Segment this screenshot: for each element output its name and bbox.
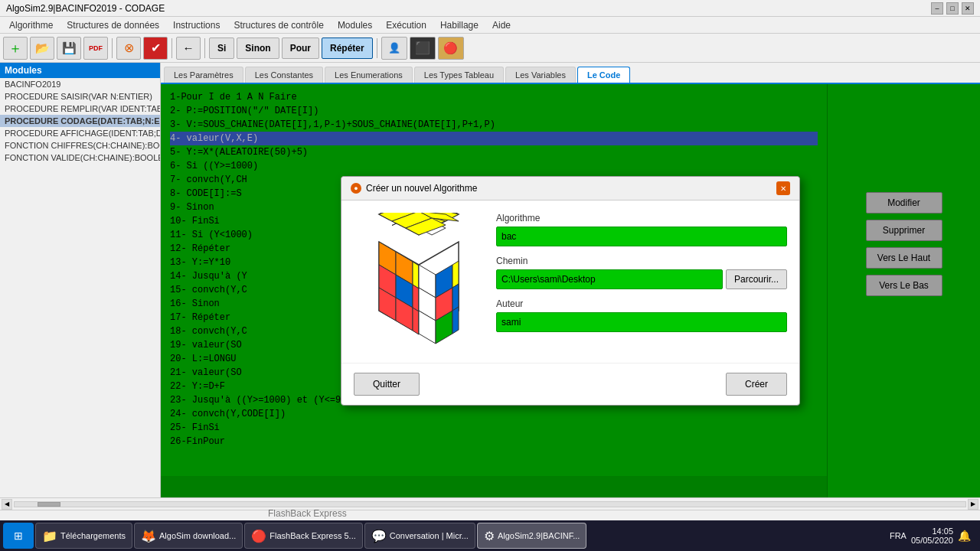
chemin-input[interactable] [496,269,723,289]
menu-item-modules[interactable]: Modules [332,18,378,32]
sidebar-title: Modules [0,63,160,78]
chemin-field-group: Chemin Parcourir... [496,256,787,289]
icon2-btn[interactable]: ⬛ [410,37,436,60]
sidebar-item-3[interactable]: PROCEDURE CODAGE(DATE:TAB;N:ENTIE [0,115,160,127]
toolbar: ＋ 📂 💾 PDF ⊗ ✔ ← Si Sinon Pour Répéter 👤 … [0,34,980,63]
sidebar-item-5[interactable]: FONCTION CHIFFRES(CH:CHAINE):BOOLE [0,139,160,152]
taskbar-item-2[interactable]: 🔴FlashBack Express 5... [244,523,363,549]
parcourir-button[interactable]: Parcourir... [726,269,787,289]
svg-marker-17 [413,262,419,289]
modal-titlebar: ● Créer un nouvel Algorithme ✕ [341,177,799,201]
taskbar: ⊞ 📁Téléchargements🦊AlgoSim download...🔴F… [0,520,980,551]
algorithm-input[interactable] [496,227,787,246]
si-btn[interactable]: Si [209,37,234,59]
maximize-button[interactable]: □ [946,2,959,15]
sidebar-item-4[interactable]: PROCEDURE AFFICHAGE(IDENT:TAB;DATE [0,127,160,139]
chemin-label: Chemin [496,256,787,266]
algorithm-label: Algorithme [496,213,787,223]
sidebar-item-0[interactable]: BACINFO2019 [0,78,160,90]
modal-close-button[interactable]: ✕ [776,181,790,195]
toolbar-sep-2 [172,38,172,58]
titlebar-controls: – □ ✕ [931,2,974,15]
taskbar-item-4[interactable]: ⚙AlgoSim2.9|BACINF... [477,523,586,549]
modal-overlay: ● Créer un nouvel Algorithme ✕ [161,84,980,497]
open-btn[interactable]: 📂 [30,37,54,60]
auteur-field-group: Auteur [496,298,787,332]
time-display: 14:05 [932,527,953,536]
lang-indicator: FRA [890,531,906,540]
titlebar: AlgoSim2.9|BACINFO2019 - CODAGE – □ ✕ [0,0,980,17]
pour-btn[interactable]: Pour [282,37,319,59]
taskbar-item-0[interactable]: 📁Téléchargements [35,523,132,549]
stop-btn[interactable]: ⊗ [116,37,141,60]
menubar: AlgorithmeStructures de donnéesInstructi… [0,17,980,34]
tab-3[interactable]: Les Types Tableau [414,67,504,83]
modal-cube-area [354,213,484,350]
back-btn[interactable]: ← [176,37,201,60]
tab-1[interactable]: Les Constantes [245,67,323,83]
menu-item-structures-de-données[interactable]: Structures de données [60,18,165,32]
quitter-button[interactable]: Quitter [354,373,420,396]
sidebar-item-6[interactable]: FONCTION VALIDE(CH:CHAINE):BOOLEEN [0,152,160,164]
creer-button[interactable]: Créer [726,373,787,396]
main-area: Modules BACINFO2019PROCEDURE SAISIR(VAR … [0,63,980,497]
chemin-row: Parcourir... [496,269,787,289]
tab-5[interactable]: Le Code [577,67,630,83]
svg-marker-28 [452,284,459,311]
modal-body: Algorithme Chemin Parcourir... Auteur [341,201,799,363]
titlebar-title: AlgoSim2.9|BACINFO2019 - CODAGE [6,3,165,14]
auteur-label: Auteur [496,298,787,309]
menu-item-structures-de-contrôle[interactable]: Structures de contrôle [227,18,329,32]
modal-dialog: ● Créer un nouvel Algorithme ✕ [341,176,800,406]
pdf-btn[interactable]: PDF [83,37,108,60]
modal-icon: ● [351,183,361,194]
taskbar-right: FRA 14:05 05/05/2020 🔔 [890,527,977,545]
tab-0[interactable]: Les Paramètres [164,67,243,83]
date-display: 05/05/2020 [911,536,953,545]
svg-marker-19 [413,308,419,334]
scroll-track[interactable] [14,501,966,507]
minimize-button[interactable]: – [931,2,943,15]
check-btn[interactable]: ✔ [143,37,168,60]
svg-marker-27 [452,261,459,288]
tabs-bar: Les ParamètresLes ConstantesLes Enumerat… [161,63,980,84]
scroll-right-arrow[interactable]: ▶ [968,499,978,510]
toolbar-sep-4 [377,38,377,58]
scroll-thumb[interactable] [38,502,60,507]
modal-title-left: ● Créer un nouvel Algorithme [351,183,477,194]
start-button[interactable]: ⊞ [3,523,34,549]
svg-marker-29 [452,307,459,334]
tab-2[interactable]: Les Enumerations [325,67,413,83]
sidebar: Modules BACINFO2019PROCEDURE SAISIR(VAR … [0,63,161,497]
auteur-input[interactable] [496,312,787,332]
modal-title-text: Créer un nouvel Algorithme [366,183,477,194]
sinon-btn[interactable]: Sinon [237,37,279,59]
rubiks-cube-image [354,213,484,350]
horizontal-scrollbar[interactable]: ◀ ▶ [0,497,980,510]
menu-item-algorithme[interactable]: Algorithme [3,18,59,32]
menu-item-exécution[interactable]: Exécution [380,18,433,32]
modal-footer: Quitter Créer [341,363,799,405]
clock: 14:05 05/05/2020 [911,527,953,545]
scroll-left-arrow[interactable]: ◀ [2,499,12,510]
icon1-btn[interactable]: 👤 [381,37,407,60]
tab-4[interactable]: Les Variables [505,67,576,83]
modal-right: Algorithme Chemin Parcourir... Auteur [496,213,787,350]
menu-item-aide[interactable]: Aide [486,18,517,32]
sidebar-item-2[interactable]: PROCEDURE REMPLIR(VAR IDENT:TAB;V [0,103,160,115]
content-area: Les ParamètresLes ConstantesLes Enumerat… [161,63,980,497]
repeter-btn[interactable]: Répéter [322,37,373,59]
icon3-btn[interactable]: 🔴 [438,37,464,60]
algorithm-field-group: Algorithme [496,213,787,246]
toolbar-sep-1 [112,38,113,58]
svg-marker-18 [413,285,419,311]
close-button[interactable]: ✕ [962,2,974,15]
taskbar-item-3[interactable]: 💬Conversation | Micr... [364,523,475,549]
sidebar-item-1[interactable]: PROCEDURE SAISIR(VAR N:ENTIER) [0,90,160,103]
new-btn[interactable]: ＋ [3,37,28,60]
menu-item-habillage[interactable]: Habillage [434,18,485,32]
save-btn[interactable]: 💾 [57,37,81,60]
menu-item-instructions[interactable]: Instructions [167,18,226,32]
taskbar-item-1[interactable]: 🦊AlgoSim download... [134,523,243,549]
notifications-icon[interactable]: 🔔 [958,530,971,542]
